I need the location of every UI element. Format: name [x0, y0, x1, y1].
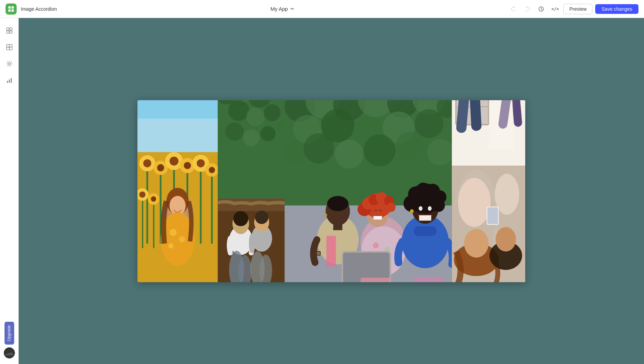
sidebar-item-add[interactable]	[2, 40, 16, 54]
svg-point-98	[327, 196, 348, 211]
svg-point-154	[464, 229, 489, 258]
svg-point-37	[139, 191, 145, 198]
history-button[interactable]	[536, 3, 547, 15]
topbar-center: My App ✏	[61, 6, 504, 12]
svg-point-129	[419, 206, 422, 210]
topbar-right: </> Preview Save changes	[508, 3, 638, 15]
svg-rect-13	[11, 78, 12, 83]
svg-rect-99	[333, 223, 342, 230]
svg-rect-134	[414, 278, 444, 282]
svg-point-106	[384, 246, 390, 252]
svg-point-54	[228, 100, 249, 121]
redo-button[interactable]	[522, 3, 533, 15]
sidebar-item-analytics[interactable]	[2, 73, 16, 87]
svg-point-26	[157, 164, 164, 171]
sidebar-item-dashboard[interactable]	[2, 24, 16, 37]
code-editor-button[interactable]: </>	[549, 3, 561, 15]
topbar: Image Accordion My App ✏ <	[0, 0, 644, 18]
app-name: My App	[270, 6, 288, 12]
svg-point-90	[364, 134, 395, 166]
svg-point-89	[335, 139, 364, 168]
panel-2-image	[218, 100, 285, 282]
svg-point-59	[243, 129, 259, 146]
sidebar-item-settings[interactable]	[2, 57, 16, 71]
svg-point-158	[495, 227, 516, 251]
avatar	[4, 347, 15, 358]
svg-point-55	[246, 107, 265, 126]
svg-rect-161	[489, 100, 513, 149]
svg-point-40	[151, 196, 156, 201]
panel-3-image	[285, 100, 452, 282]
svg-point-60	[260, 126, 275, 141]
svg-point-128	[432, 199, 445, 211]
svg-point-34	[209, 167, 215, 173]
save-button[interactable]: Save changes	[595, 4, 638, 14]
sidebar: Upgrade	[0, 18, 19, 364]
svg-point-69	[255, 210, 268, 224]
svg-rect-116	[374, 216, 382, 219]
svg-point-32	[197, 159, 205, 167]
svg-rect-0	[8, 6, 11, 9]
main-layout: Upgrade	[0, 18, 644, 364]
panel-4-image	[452, 100, 525, 282]
svg-rect-133	[360, 278, 391, 282]
sidebar-bottom: Upgrade	[4, 322, 15, 358]
canvas-area	[19, 18, 644, 364]
svg-point-46	[179, 236, 185, 242]
svg-point-115	[386, 202, 395, 211]
svg-rect-15	[137, 119, 218, 152]
svg-rect-160	[487, 207, 498, 224]
accordion-widget[interactable]	[137, 100, 525, 282]
widget-title: Image Accordion	[21, 6, 57, 12]
svg-rect-6	[10, 28, 12, 30]
svg-point-86	[414, 109, 443, 138]
accordion-panel-3[interactable]	[285, 100, 452, 282]
edit-app-name-icon[interactable]: ✏	[290, 6, 294, 11]
svg-point-58	[225, 122, 243, 140]
svg-point-56	[263, 104, 280, 121]
svg-rect-35	[142, 194, 143, 248]
accordion-panel-1[interactable]	[137, 100, 218, 282]
svg-rect-5	[7, 28, 9, 30]
svg-rect-7	[7, 31, 9, 33]
upgrade-button[interactable]: Upgrade	[5, 322, 14, 345]
svg-point-152	[458, 178, 490, 227]
svg-point-45	[170, 229, 177, 236]
svg-rect-21	[200, 163, 202, 244]
svg-point-10	[8, 63, 10, 65]
panel-1-image	[137, 100, 218, 282]
svg-rect-38	[153, 199, 154, 248]
svg-point-91	[395, 132, 424, 161]
svg-point-47	[168, 243, 173, 248]
svg-point-24	[143, 159, 151, 167]
svg-point-88	[304, 133, 334, 164]
svg-point-105	[373, 242, 379, 249]
svg-point-132	[410, 209, 414, 213]
svg-rect-3	[11, 9, 14, 12]
svg-point-30	[184, 162, 191, 169]
svg-rect-12	[9, 79, 10, 83]
svg-rect-22	[211, 170, 213, 243]
svg-rect-8	[10, 31, 12, 33]
svg-rect-96	[327, 236, 336, 266]
accordion-panel-4[interactable]	[452, 100, 525, 282]
svg-point-66	[233, 211, 248, 226]
svg-rect-120	[414, 226, 437, 235]
accordion-panel-2[interactable]	[218, 100, 285, 282]
preview-button[interactable]: Preview	[563, 4, 592, 14]
svg-rect-17	[146, 163, 148, 244]
undo-button[interactable]	[508, 3, 519, 15]
svg-point-28	[170, 156, 179, 165]
svg-point-130	[428, 206, 431, 210]
svg-rect-11	[7, 81, 8, 83]
svg-rect-2	[8, 9, 11, 12]
svg-rect-1	[11, 6, 14, 9]
svg-rect-131	[419, 215, 431, 220]
app-logo	[6, 3, 17, 15]
svg-point-100	[324, 213, 327, 216]
